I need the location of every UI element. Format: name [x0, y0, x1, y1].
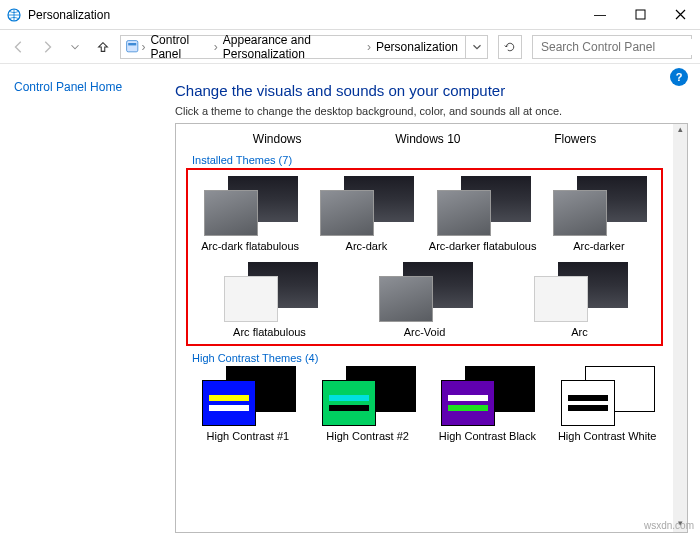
app-icon [6, 7, 22, 23]
window-title: Personalization [28, 8, 110, 22]
hc-thumb [198, 366, 298, 426]
recent-button[interactable] [64, 36, 86, 58]
titlebar: Personalization — [0, 0, 700, 30]
search-input[interactable] [539, 39, 693, 55]
highlighted-themes-box: Arc-dark flatabulousArc-darkArc-darker f… [186, 168, 663, 346]
theme-name: Arc-darker [573, 240, 624, 252]
theme-item[interactable]: Arc [506, 262, 653, 338]
forward-button[interactable] [36, 36, 58, 58]
theme-thumb [433, 176, 533, 236]
theme-item[interactable]: Arc-dark flatabulous [196, 176, 304, 252]
chevron-right-icon: › [367, 40, 371, 54]
hc-theme-name: High Contrast Black [439, 430, 536, 442]
scroll-up-icon[interactable]: ▴ [678, 124, 683, 138]
hc-theme-name: High Contrast #1 [207, 430, 290, 442]
theme-item[interactable]: Arc-dark [312, 176, 420, 252]
themes-pane: Windows Windows 10 Flowers Installed The… [175, 123, 688, 533]
address-dropdown[interactable] [466, 35, 488, 59]
control-panel-icon [125, 38, 139, 56]
chevron-right-icon: › [214, 40, 218, 54]
category-row: Windows Windows 10 Flowers [176, 124, 673, 148]
breadcrumb[interactable]: Control Panel [147, 33, 211, 61]
scrollbar[interactable]: ▴ ▾ [673, 124, 687, 532]
category-windows[interactable]: Windows [249, 130, 306, 148]
page-title: Change the visuals and sounds on your co… [175, 82, 688, 99]
hc-theme-name: High Contrast White [558, 430, 656, 442]
theme-thumb [375, 262, 475, 322]
navbar: › Control Panel › Appearance and Persona… [0, 30, 700, 64]
svg-rect-3 [128, 43, 136, 45]
theme-name: Arc flatabulous [233, 326, 306, 338]
main-content: Change the visuals and sounds on your co… [175, 64, 700, 535]
theme-item[interactable]: Arc flatabulous [196, 262, 343, 338]
hc-thumb [557, 366, 657, 426]
close-button[interactable] [660, 0, 700, 30]
chevron-right-icon: › [141, 40, 145, 54]
control-panel-home-link[interactable]: Control Panel Home [14, 80, 122, 94]
theme-item[interactable]: Arc-Void [351, 262, 498, 338]
theme-item[interactable]: Arc-darker flatabulous [429, 176, 537, 252]
hc-theme-item[interactable]: High Contrast White [551, 366, 663, 442]
hc-themes-label: High Contrast Themes (4) [192, 352, 673, 364]
hc-theme-name: High Contrast #2 [326, 430, 409, 442]
sidebar: Control Panel Home [0, 64, 175, 535]
svg-rect-2 [127, 41, 138, 52]
breadcrumb[interactable]: Appearance and Personalization [220, 33, 365, 61]
breadcrumb[interactable]: Personalization [373, 40, 461, 54]
svg-rect-1 [636, 10, 645, 19]
theme-name: Arc-darker flatabulous [429, 240, 537, 252]
installed-themes-label: Installed Themes (7) [192, 154, 673, 166]
refresh-button[interactable] [498, 35, 522, 59]
theme-thumb [200, 176, 300, 236]
hc-theme-item[interactable]: High Contrast Black [432, 366, 544, 442]
watermark: wsxdn.com [644, 520, 694, 531]
theme-name: Arc-dark flatabulous [201, 240, 299, 252]
minimize-button[interactable]: — [580, 0, 620, 30]
search-box[interactable] [532, 35, 692, 59]
category-flowers[interactable]: Flowers [550, 130, 600, 148]
theme-item[interactable]: Arc-darker [545, 176, 653, 252]
theme-thumb [530, 262, 630, 322]
category-windows10[interactable]: Windows 10 [391, 130, 464, 148]
hc-thumb [437, 366, 537, 426]
page-subtitle: Click a theme to change the desktop back… [175, 105, 688, 117]
theme-name: Arc-Void [404, 326, 446, 338]
hc-theme-item[interactable]: High Contrast #1 [192, 366, 304, 442]
back-button[interactable] [8, 36, 30, 58]
theme-thumb [220, 262, 320, 322]
hc-theme-item[interactable]: High Contrast #2 [312, 366, 424, 442]
theme-thumb [316, 176, 416, 236]
up-button[interactable] [92, 36, 114, 58]
address-bar[interactable]: › Control Panel › Appearance and Persona… [120, 35, 466, 59]
theme-name: Arc [571, 326, 588, 338]
maximize-button[interactable] [620, 0, 660, 30]
hc-thumb [318, 366, 418, 426]
theme-thumb [549, 176, 649, 236]
theme-name: Arc-dark [346, 240, 388, 252]
help-icon[interactable]: ? [670, 68, 688, 86]
